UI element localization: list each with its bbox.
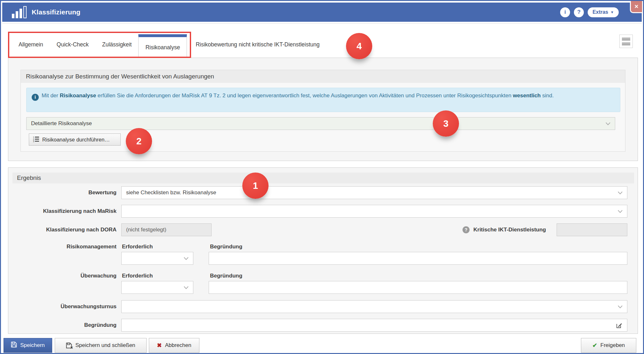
ueberwachungsturnus-select[interactable]: [121, 300, 627, 313]
floppy-disk-icon: [11, 342, 17, 349]
begruendung-input[interactable]: [121, 319, 627, 332]
analysis-type-value: Detaillierte Risikoanalyse: [31, 120, 92, 127]
help-icon[interactable]: ?: [574, 7, 584, 17]
info-circle-icon: i: [32, 94, 39, 101]
chevron-down-icon: ▼: [610, 10, 614, 14]
title-bar: Klassifizierung i ? Extras ▼: [2, 3, 642, 22]
bewertung-label: Bewertung: [8, 186, 117, 199]
save-and-close-button[interactable]: ✕ Speichern und schließen: [55, 338, 147, 353]
info-message: iMit der Risikoanalyse erfüllen Sie die …: [26, 88, 620, 112]
ikt-label: Kritische IKT-Dienstleistung: [473, 223, 546, 236]
extras-label: Extras: [592, 9, 608, 15]
close-icon[interactable]: ✕: [630, 1, 642, 13]
run-risk-analysis-button[interactable]: 1 2 3 Risikoanalyse durchführen…: [29, 133, 121, 146]
chevron-down-icon: [618, 210, 623, 213]
save-label: Speichern: [20, 342, 45, 349]
tab-zulaessigkeit[interactable]: Zulässigkeit: [95, 32, 138, 58]
tab-risikoanalyse[interactable]: Risikoanalyse: [138, 34, 187, 58]
bewertung-select[interactable]: siehe Checklisten bzw. Risikoanalyse: [121, 186, 627, 199]
header-divider: [2, 23, 642, 24]
page-title: Klassifizierung: [32, 8, 80, 16]
checkmark-icon: ✔: [592, 342, 597, 349]
help-icon[interactable]: ?: [463, 226, 470, 233]
run-risk-analysis-label: Risikoanalyse durchführen…: [42, 137, 110, 143]
dora-field: (nicht festgelegt): [121, 223, 212, 236]
extras-button[interactable]: Extras ▼: [588, 7, 619, 17]
dora-label: Klassifizierung nach DORA: [8, 223, 117, 236]
floppy-disk-close-icon: ✕: [66, 342, 72, 349]
uw-begruendung-input[interactable]: [209, 281, 627, 294]
release-label: Freigeben: [600, 342, 625, 349]
ergebnis-panel: Ergebnis Bewertung siehe Checklisten bzw…: [8, 167, 638, 334]
cancel-x-icon: ✖: [157, 342, 162, 349]
marisk-label: Klassifizierung nach MaRisk: [8, 205, 117, 218]
analysis-type-select[interactable]: Detaillierte Risikoanalyse: [26, 117, 615, 130]
numbered-list-icon: 1 2 3: [33, 136, 39, 143]
info-text: Mit der Risikoanalyse erfüllen Sie die A…: [42, 93, 554, 99]
section-title: Risikoanalyse zur Bestimmung der Wesentl…: [21, 70, 625, 83]
bar-chart-icon: [12, 6, 27, 18]
info-icon[interactable]: i: [560, 7, 570, 17]
layout-toggle-icon[interactable]: [619, 35, 633, 48]
rm-begruendung-label: Begründung: [210, 244, 242, 250]
tab-quick-check[interactable]: Quick-Check: [50, 32, 95, 58]
begruendung-label: Begründung: [8, 319, 117, 332]
release-button[interactable]: ✔ Freigeben: [581, 338, 636, 353]
chevron-down-icon: [618, 305, 623, 308]
cancel-button[interactable]: ✖ Abbrechen: [149, 338, 199, 353]
risikomanagement-label: Risikomanagement: [8, 244, 117, 250]
tab-bar: Allgemein Quick-Check Zulässigkeit Risik…: [8, 32, 636, 58]
uw-erforderlich-label: Erforderlich: [122, 273, 153, 279]
svg-text:3: 3: [33, 140, 34, 142]
marisk-select[interactable]: [121, 205, 627, 218]
bewertung-value: siehe Checklisten bzw. Risikoanalyse: [126, 189, 216, 196]
ueberwachungsturnus-label: Überwachungsturnus: [8, 300, 117, 313]
cancel-label: Abbrechen: [165, 342, 191, 349]
uw-erforderlich-select[interactable]: [121, 281, 193, 294]
ueberwachung-label: Überwachung: [8, 273, 117, 279]
chevron-down-icon: [606, 122, 610, 125]
save-button[interactable]: Speichern: [4, 338, 52, 353]
rm-erforderlich-label: Erforderlich: [122, 244, 153, 250]
tab-allgemein[interactable]: Allgemein: [12, 32, 50, 58]
edit-icon[interactable]: [616, 322, 623, 329]
tab-content-panel: Risikoanalyse zur Bestimmung der Wesentl…: [8, 58, 638, 161]
rm-begruendung-input[interactable]: [209, 252, 627, 265]
ikt-field: [557, 223, 627, 236]
uw-begruendung-label: Begründung: [210, 273, 242, 279]
ergebnis-title: Ergebnis: [12, 173, 634, 183]
save-and-close-label: Speichern und schließen: [75, 342, 135, 349]
tab-risikobewertung-ikt[interactable]: Risikobewertung nicht kritische IKT-Dien…: [189, 32, 326, 58]
chevron-down-icon: [184, 257, 189, 260]
app-window: Klassifizierung i ? Extras ▼ ✕ Allgemein…: [0, 0, 644, 354]
chevron-down-icon: [184, 286, 189, 289]
chevron-down-icon: [618, 191, 623, 194]
rm-erforderlich-select[interactable]: [121, 252, 193, 265]
risikoanalyse-section: Risikoanalyse zur Bestimmung der Wesentl…: [20, 70, 625, 152]
